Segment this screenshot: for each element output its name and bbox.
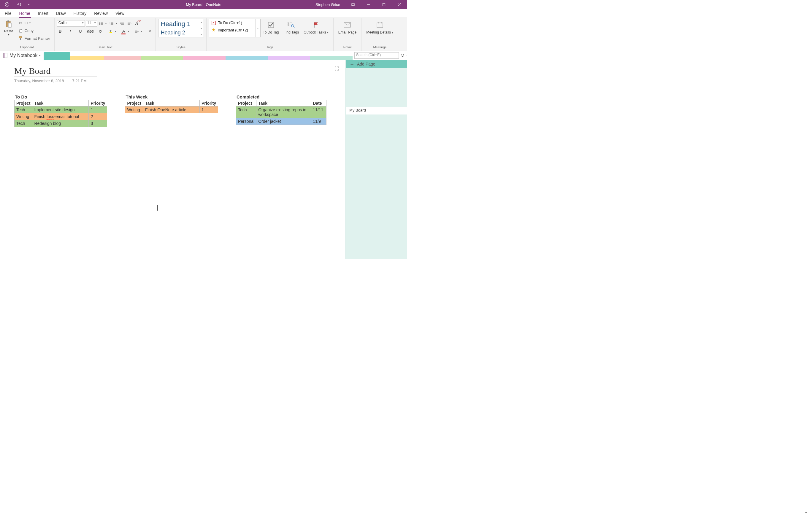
copy-button[interactable]: Copy bbox=[16, 27, 52, 34]
subscript-superscript-button[interactable]: x2 bbox=[97, 28, 104, 34]
table-cell[interactable]: Finish foss-email tutorial bbox=[32, 113, 89, 120]
strikethrough-button[interactable]: abc bbox=[87, 28, 94, 34]
table-cell[interactable]: 11/9 bbox=[311, 118, 326, 125]
outlook-tasks-button[interactable]: Outlook Tasks ▾ bbox=[301, 19, 331, 35]
table-cell[interactable]: Personal bbox=[236, 118, 256, 125]
tab-history[interactable]: History bbox=[73, 10, 87, 18]
tab-home[interactable]: Home bbox=[19, 10, 31, 18]
styles-gallery[interactable]: Heading 1 Heading 2 bbox=[158, 19, 199, 37]
search-icon[interactable]: ▾ bbox=[400, 53, 405, 58]
section-tabs-collapsed[interactable] bbox=[70, 56, 353, 60]
tab-view[interactable]: View bbox=[115, 10, 125, 18]
email-page-button[interactable]: Email Page bbox=[336, 19, 359, 34]
table-cell[interactable]: Tech bbox=[14, 107, 32, 113]
table-cell[interactable]: 1 bbox=[89, 107, 107, 113]
table-cell[interactable]: Finish OneNote article bbox=[143, 107, 199, 113]
table-header[interactable]: Priority bbox=[89, 100, 107, 107]
sidebar-page-item[interactable]: My Board bbox=[346, 107, 407, 115]
back-button[interactable] bbox=[3, 0, 11, 9]
task-table[interactable]: ProjectTaskPriorityWritingFinish OneNote… bbox=[125, 100, 218, 113]
tag-important[interactable]: ★Important (Ctrl+2) bbox=[209, 26, 256, 34]
bold-button[interactable]: B bbox=[57, 28, 63, 34]
meeting-details-button[interactable]: Meeting Details ▾ bbox=[364, 19, 396, 35]
find-tags-button[interactable]: Find Tags bbox=[281, 19, 301, 34]
table-header[interactable]: Project bbox=[14, 100, 32, 107]
board-title[interactable]: Completed bbox=[236, 94, 326, 99]
tag-todo[interactable]: ✓To Do (Ctrl+1) bbox=[209, 19, 256, 26]
search-input[interactable]: Search (Ctrl+E) bbox=[354, 52, 399, 59]
section-tabs[interactable] bbox=[44, 51, 353, 60]
table-header[interactable]: Project bbox=[236, 100, 256, 107]
tab-insert[interactable]: Insert bbox=[37, 10, 49, 18]
table-row[interactable]: TechImplement site design1 bbox=[14, 107, 107, 113]
tab-draw[interactable]: Draw bbox=[56, 10, 66, 18]
table-row[interactable]: WritingFinish foss-email tutorial2 bbox=[14, 113, 107, 120]
page-canvas[interactable]: My Board Thursday, November 8, 2018 7:21… bbox=[0, 60, 345, 259]
table-row[interactable]: WritingFinish OneNote article1 bbox=[125, 107, 218, 113]
table-header[interactable]: Task bbox=[143, 100, 199, 107]
user-name[interactable]: Stephen Grice bbox=[316, 2, 340, 7]
page-title[interactable]: My Board bbox=[14, 66, 97, 77]
tags-gallery-more[interactable]: ▾ bbox=[256, 19, 261, 37]
highlight-button[interactable] bbox=[108, 28, 114, 34]
table-header[interactable]: Priority bbox=[199, 100, 218, 107]
ribbon-display-options[interactable] bbox=[346, 0, 360, 9]
alignment-button[interactable] bbox=[134, 28, 140, 34]
table-row[interactable]: TechRedesign blog3 bbox=[14, 120, 107, 127]
notebook-picker[interactable]: My Notebook ▾ bbox=[0, 51, 44, 60]
minimize-button[interactable] bbox=[361, 0, 375, 9]
table-cell[interactable]: Order jacket bbox=[256, 118, 311, 125]
tab-review[interactable]: Review bbox=[93, 10, 108, 18]
table-header[interactable]: Project bbox=[125, 100, 143, 107]
task-table[interactable]: ProjectTaskPriorityTechImplement site de… bbox=[14, 100, 107, 127]
cut-button[interactable]: ✂Cut bbox=[16, 19, 52, 27]
table-cell[interactable]: Organize existing repos in workspace bbox=[256, 107, 311, 118]
section-tab-active[interactable] bbox=[44, 52, 70, 60]
numbering-button[interactable]: 123 bbox=[108, 20, 115, 27]
paintbrush-icon bbox=[18, 36, 23, 41]
table-cell[interactable]: 11/11 bbox=[311, 107, 326, 118]
undo-button[interactable] bbox=[15, 0, 23, 9]
style-heading2[interactable]: Heading 2 bbox=[158, 29, 199, 37]
expand-icon[interactable] bbox=[335, 66, 340, 71]
table-row[interactable]: TechOrganize existing repos in workspace… bbox=[236, 107, 326, 118]
table-cell[interactable]: Redesign blog bbox=[32, 120, 89, 127]
indent-button[interactable] bbox=[126, 20, 133, 27]
tab-file[interactable]: File bbox=[4, 10, 12, 18]
task-table[interactable]: ProjectTaskDateTechOrganize existing rep… bbox=[236, 100, 326, 125]
clear-formatting-button[interactable]: A⌫ bbox=[134, 20, 140, 27]
table-cell[interactable]: 3 bbox=[89, 120, 107, 127]
font-size-select[interactable]: 11▾ bbox=[86, 20, 97, 27]
table-cell[interactable]: Implement site design bbox=[32, 107, 89, 113]
table-cell[interactable]: Writing bbox=[125, 107, 143, 113]
font-color-button[interactable]: A bbox=[120, 28, 127, 34]
styles-gallery-more[interactable]: ▴▾▾ bbox=[199, 19, 204, 37]
add-page-button[interactable]: ＋ Add Page bbox=[346, 60, 407, 68]
board-title[interactable]: This Week bbox=[125, 94, 218, 99]
font-family-select[interactable]: Calibri▾ bbox=[57, 20, 85, 27]
bullets-button[interactable] bbox=[98, 20, 105, 27]
style-heading1[interactable]: Heading 1 bbox=[158, 19, 199, 29]
table-header[interactable]: Task bbox=[32, 100, 89, 107]
close-button[interactable] bbox=[393, 0, 406, 9]
format-painter-button[interactable]: Format Painter bbox=[16, 34, 52, 42]
tags-gallery[interactable]: ✓To Do (Ctrl+1) ★Important (Ctrl+2) bbox=[209, 19, 256, 37]
table-header[interactable]: Date bbox=[311, 100, 326, 107]
table-cell[interactable]: 1 bbox=[199, 107, 218, 113]
todo-tag-button[interactable]: To Do Tag bbox=[261, 19, 281, 34]
maximize-button[interactable] bbox=[377, 0, 390, 9]
table-cell[interactable]: Tech bbox=[236, 107, 256, 118]
italic-button[interactable]: I bbox=[67, 28, 74, 34]
outdent-button[interactable] bbox=[119, 20, 125, 27]
table-cell[interactable]: 2 bbox=[89, 113, 107, 120]
board-title[interactable]: To Do bbox=[14, 94, 107, 99]
table-cell[interactable]: Tech bbox=[14, 120, 32, 127]
table-header[interactable]: Task bbox=[256, 100, 311, 107]
underline-button[interactable]: U bbox=[77, 28, 84, 34]
checkbox-icon: ✓ bbox=[212, 21, 216, 25]
delete-button[interactable]: ✕ bbox=[147, 28, 153, 34]
table-cell[interactable]: Writing bbox=[14, 113, 32, 120]
quick-access-customize[interactable]: ▾ bbox=[27, 0, 31, 9]
table-row[interactable]: PersonalOrder jacket11/9 bbox=[236, 118, 326, 125]
paste-button[interactable]: Paste ▾ bbox=[2, 19, 15, 37]
